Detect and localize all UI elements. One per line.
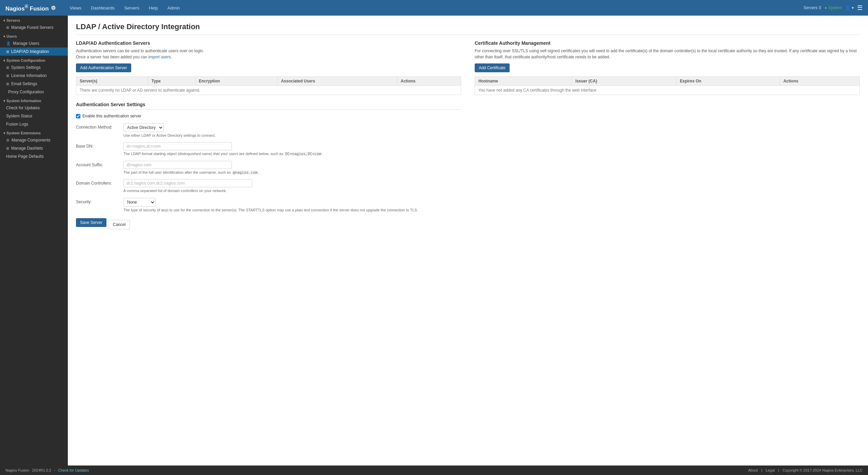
footer-dot: • <box>54 468 55 472</box>
save-server-button[interactable]: Save Server <box>76 218 106 227</box>
col-issuer-ca: Issuer (CA) <box>572 77 676 86</box>
import-users-link[interactable]: import users <box>148 55 171 59</box>
table-row-empty: There are currently no LDAP or AD server… <box>76 86 461 95</box>
base-dn-row: Base DN: The LDAP-format starting object… <box>76 142 461 156</box>
footer-about-link[interactable]: About <box>748 468 758 472</box>
sidebar-item-manage-users[interactable]: 👤 Manage Users <box>0 39 68 48</box>
hamburger-menu[interactable]: ☰ <box>857 4 863 12</box>
security-control: None SSL STARTTLS The type of security (… <box>123 198 461 213</box>
left-section-title: LDAP/AD Authentication Servers <box>76 40 461 46</box>
account-suffix-label: Account Suffix: <box>76 161 123 167</box>
sidebar-item-ldap-ad[interactable]: ⊞ LDAP/AD Integration <box>0 48 68 56</box>
sidebar-section-extensions[interactable]: System Extensions <box>0 128 68 136</box>
page-title: LDAP / Active Directory Integration <box>76 22 860 31</box>
col-servers: Server(s) <box>76 77 148 86</box>
sidebar-item-home-page-defaults[interactable]: Home Page Defaults <box>0 152 68 160</box>
add-certificate-button[interactable]: Add Certificate <box>475 63 510 72</box>
servers-status[interactable]: Servers 0 <box>804 5 821 10</box>
right-column: Certificate Authority Management For con… <box>475 40 860 231</box>
domain-controllers-hint: A comma-separated list of domain control… <box>123 188 461 193</box>
domain-controllers-control: A comma-separated list of domain control… <box>123 179 461 193</box>
connection-method-label: Connection Method: <box>76 123 123 130</box>
col-actions: Actions <box>397 77 461 86</box>
enable-auth-checkbox[interactable] <box>76 114 80 118</box>
brand-name: Nagios® Fusion <box>5 4 49 12</box>
account-suffix-row: Account Suffix: The part of the full use… <box>76 161 461 175</box>
sidebar-section-system-config[interactable]: System Configuration <box>0 56 68 63</box>
sidebar-item-manage-components[interactable]: ⚙ Manage Components <box>0 136 68 144</box>
left-column: LDAP/AD Authentication Servers Authentic… <box>76 40 461 231</box>
footer-legal-link[interactable]: Legal <box>766 468 775 472</box>
brand-logo: Nagios® Fusion ⚙ <box>5 4 56 12</box>
footer-separator: | <box>778 468 779 472</box>
base-dn-hint: The LDAP-format starting object (disting… <box>123 151 461 156</box>
security-select[interactable]: None SSL STARTTLS <box>123 198 156 207</box>
sidebar-item-proxy-config[interactable]: Proxy Configuration <box>0 88 68 96</box>
sidebar-item-fusion-logs[interactable]: Fusion Logs <box>0 120 68 128</box>
base-dn-control: The LDAP-format starting object (disting… <box>123 142 461 156</box>
connection-method-row: Connection Method: Active Directory LDAP… <box>76 123 461 138</box>
right-section-title: Certificate Authority Management <box>475 40 860 46</box>
users-icon: 👤 <box>6 41 11 46</box>
nav-dashboards[interactable]: Dashboards <box>87 3 119 13</box>
user-icon: 👤 <box>845 5 850 10</box>
base-dn-label: Base DN: <box>76 142 123 149</box>
connection-method-control: Active Directory LDAP Use either LDAP or… <box>123 123 461 138</box>
nav-help[interactable]: Help <box>145 3 162 13</box>
sidebar-section-servers[interactable]: Servers <box>0 16 68 23</box>
footer-version: 2024R1.0.2 <box>32 468 51 472</box>
col-ca-actions: Actions <box>780 77 860 86</box>
nav-servers[interactable]: Servers <box>120 3 143 13</box>
enable-checkbox-row: Enable this authentication server <box>76 114 461 118</box>
settings-icon: ⊞ <box>6 65 9 70</box>
cancel-button[interactable]: Cancel <box>108 220 130 229</box>
footer-links: About | Legal | Copyright © 2017-2024 Na… <box>748 468 863 472</box>
account-suffix-control: The part of the full user identification… <box>123 161 461 175</box>
nav-views[interactable]: Views <box>66 3 85 13</box>
security-label: Security: <box>76 198 123 204</box>
domain-controllers-row: Domain Controllers: A comma-separated li… <box>76 179 461 193</box>
two-column-layout: LDAP/AD Authentication Servers Authentic… <box>76 40 860 231</box>
sidebar-section-users[interactable]: Users <box>0 32 68 39</box>
sidebar-item-manage-fused[interactable]: ⊞ Manage Fused Servers <box>0 23 68 32</box>
gear-icon: ⚙ <box>51 5 56 11</box>
col-associated-users: Associated Users <box>277 77 397 86</box>
main-content: LDAP / Active Directory Integration LDAP… <box>68 16 868 466</box>
empty-message: There are currently no LDAP or AD server… <box>76 86 461 95</box>
connection-method-hint: Use either LDAP or Active Directory sett… <box>123 133 461 138</box>
fused-icon: ⊞ <box>6 25 9 30</box>
security-hint: The type of security (if any) to use for… <box>123 208 461 213</box>
sidebar-item-check-updates[interactable]: Check for Updates <box>0 104 68 112</box>
check-updates-link[interactable]: Check for Updates <box>58 468 89 472</box>
main-layout: Servers ⊞ Manage Fused Servers Users 👤 M… <box>0 16 868 466</box>
add-authentication-server-button[interactable]: Add Authentication Server <box>76 63 131 72</box>
sidebar-item-system-status[interactable]: System Status <box>0 112 68 120</box>
sidebar-item-license-info[interactable]: ⊞ License Information <box>0 72 68 80</box>
nav-admin[interactable]: Admin <box>163 3 184 13</box>
ca-certificates-table: Hostname Issuer (CA) Expires On Actions … <box>475 76 860 95</box>
ca-empty-message: You have not added any CA certificates t… <box>475 86 860 95</box>
base-dn-input[interactable] <box>123 142 232 150</box>
footer-divider: | <box>761 468 762 472</box>
enable-auth-label: Enable this authentication server <box>82 114 141 118</box>
account-suffix-input[interactable] <box>123 161 232 169</box>
sidebar-item-email-settings[interactable]: ⊞ Email Settings <box>0 80 68 88</box>
right-section-description: For connecting over SSL/TLS using self-s… <box>475 48 860 60</box>
connection-method-select[interactable]: Active Directory LDAP <box>123 123 164 132</box>
components-icon: ⚙ <box>6 138 9 142</box>
domain-controllers-input[interactable] <box>123 179 252 187</box>
sidebar-item-system-settings[interactable]: ⊞ System Settings <box>0 63 68 72</box>
sidebar-item-manage-dashlets[interactable]: ⊞ Manage Dashlets <box>0 144 68 152</box>
sidebar-section-system-info[interactable]: System Information <box>0 96 68 104</box>
page-divider <box>76 35 860 35</box>
top-navigation: Nagios® Fusion ⚙ Views Dashboards Server… <box>0 0 868 16</box>
user-menu[interactable]: 👤 ▾ <box>845 5 854 10</box>
auth-settings-section: Authentication Server Settings Enable th… <box>76 102 461 231</box>
security-row: Security: None SSL STARTTLS The type of … <box>76 198 461 213</box>
footer: Nagios Fusion 2024R1.0.2 • Check for Upd… <box>0 466 868 475</box>
top-right-actions: Servers 0 ● System 👤 ▾ ☰ <box>804 4 863 12</box>
main-navigation: Views Dashboards Servers Help Admin <box>66 3 804 13</box>
ca-table-row-empty: You have not added any CA certificates t… <box>475 86 860 95</box>
system-status-indicator[interactable]: ● System <box>825 5 842 10</box>
footer-brand: Nagios Fusion <box>5 468 29 472</box>
